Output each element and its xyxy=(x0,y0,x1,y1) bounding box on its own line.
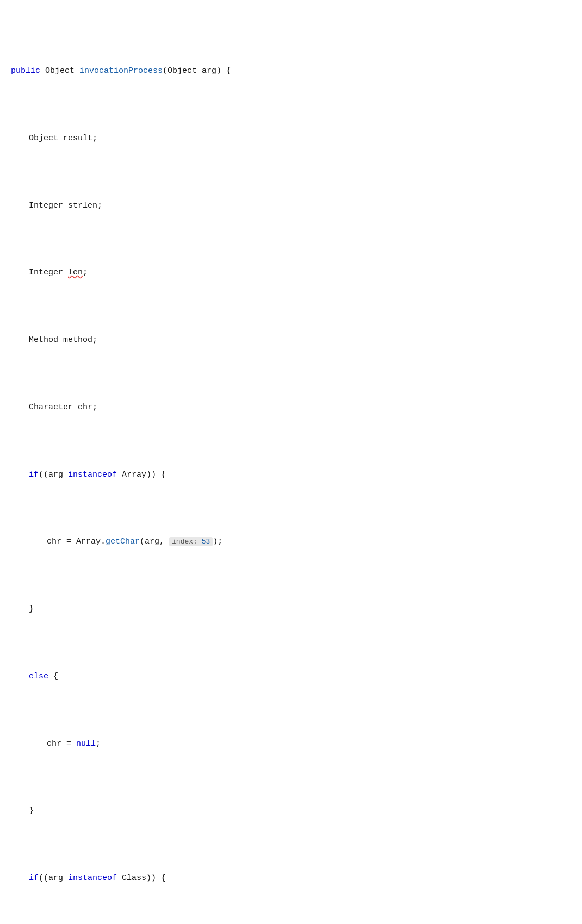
line-5: Method method; xyxy=(11,334,571,347)
code-container: public Object invocationProcess(Object a… xyxy=(0,0,582,924)
line-7: if((arg instanceof Array)) { xyxy=(11,469,571,482)
line-8: chr = Array.getChar(arg, index: 53); xyxy=(11,535,571,549)
line-12: } xyxy=(11,804,571,818)
param-hint-index: index: 53 xyxy=(169,537,213,546)
code-block: public Object invocationProcess(Object a… xyxy=(11,11,571,924)
line-13: if((arg instanceof Class)) { xyxy=(11,872,571,885)
line-3: Integer strlen; xyxy=(11,199,571,213)
line-1: public Object invocationProcess(Object a… xyxy=(11,65,571,78)
line-11: chr = null; xyxy=(11,738,571,751)
line-6: Character chr; xyxy=(11,401,571,415)
line-2: Object result; xyxy=(11,132,571,146)
line-10: else { xyxy=(11,670,571,684)
line-4: Integer len; xyxy=(11,266,571,280)
line-9: } xyxy=(11,603,571,616)
